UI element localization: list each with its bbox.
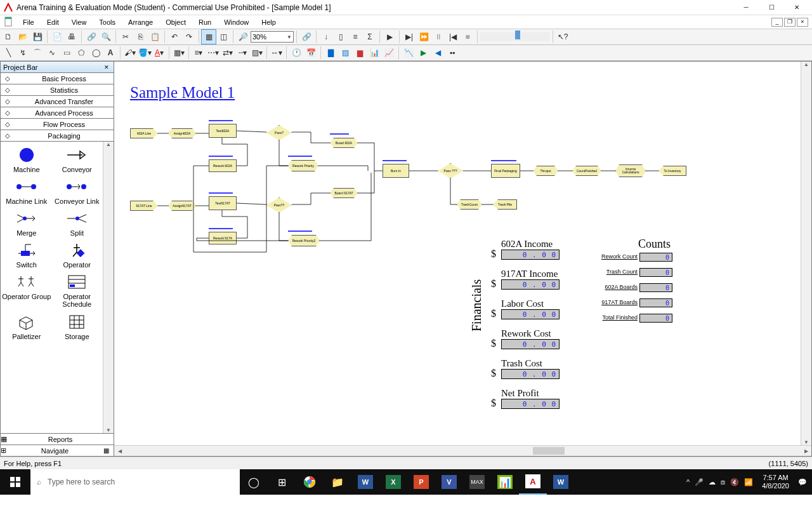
shape-trashpile[interactable]: Trash Pile (493, 199, 517, 210)
menu-tools[interactable]: Tools (93, 17, 122, 28)
panel-advanced-transfer[interactable]: ◇Advanced Transfer (1, 96, 114, 107)
cut-icon[interactable]: ✂ (119, 30, 133, 44)
paste-icon[interactable]: 📋 (148, 30, 162, 44)
preview-icon[interactable]: 📄 (50, 30, 64, 44)
item-operator-schedule[interactable]: Operator Schedule (53, 272, 102, 308)
panel-statistics[interactable]: ◇Statistics (1, 84, 114, 96)
pattern-icon[interactable]: ▦▾ (172, 46, 186, 60)
shape-assign602a[interactable]: Assign602A (168, 128, 196, 138)
chart4-icon[interactable]: 📊 (367, 46, 381, 60)
notifications-icon[interactable]: 💬 (798, 478, 807, 486)
arrow-style-icon[interactable]: ⇄▾ (221, 46, 235, 60)
shape-rework917a[interactable]: Rework 917A (209, 232, 237, 244)
size-icon[interactable]: ↔▾ (270, 46, 284, 60)
panel-navigate[interactable]: ⊞Navigate▦ (1, 444, 114, 456)
onedrive-icon[interactable]: ☁ (709, 478, 716, 486)
copy-icon[interactable]: ⎘ (133, 30, 147, 44)
menu-edit[interactable]: Edit (41, 17, 65, 28)
fill-icon[interactable]: 🖌▾ (123, 46, 137, 60)
calendar-icon[interactable]: 📅 (304, 46, 318, 60)
step-end-icon[interactable]: ▶| (402, 30, 416, 44)
attach-icon[interactable]: 🔗 (84, 30, 98, 44)
arc-icon[interactable]: ⌒ (30, 46, 44, 60)
dropbox-icon[interactable]: ⧈ (721, 478, 725, 486)
close-button[interactable]: ✕ (784, 0, 809, 15)
project-bar-close[interactable]: ✕ (102, 63, 111, 72)
item-split[interactable]: Split (53, 209, 102, 237)
panel-packaging[interactable]: ◇Packaging (1, 130, 114, 142)
menu-view[interactable]: View (65, 17, 93, 28)
tray-clock[interactable]: 7:57 AM4/8/2020 (758, 474, 793, 490)
zoom-combo[interactable]: 30%▼ (251, 31, 294, 43)
bezier-icon[interactable]: ∿ (45, 46, 59, 60)
speed-slider[interactable] (480, 32, 550, 41)
word-icon[interactable]: W (351, 469, 379, 495)
layers-icon[interactable]: ▦ (202, 30, 216, 44)
item-machine-link[interactable]: Machine Link (2, 177, 51, 205)
shape-rework-priority[interactable]: Rework Priority (288, 160, 318, 171)
undo-icon[interactable]: ↶ (167, 30, 181, 44)
shape-rework602a[interactable]: Rework 602A (209, 159, 237, 172)
hatch-icon[interactable]: ▨▾ (250, 46, 264, 60)
model-canvas[interactable]: ▲▼ Sample Model 1 602A Line Assign602A T… (114, 62, 811, 445)
poly-icon[interactable]: ⬠ (74, 46, 88, 60)
pause-icon[interactable]: ⏸ (431, 30, 445, 44)
panel-reports[interactable]: ▦Reports (1, 433, 114, 444)
system-tray[interactable]: ^ 🎤 ☁ ⧈ 🔇 📶 7:57 AM4/8/2020 💬 (681, 474, 812, 490)
line-style-icon[interactable]: ⋯▾ (206, 46, 220, 60)
menu-window[interactable]: Window (218, 17, 255, 28)
polyline-icon[interactable]: ↯ (16, 46, 30, 60)
sum-icon[interactable]: Σ (363, 30, 377, 44)
item-operator[interactable]: Operator (53, 241, 102, 269)
panel-scrollbar[interactable]: ▲▼ (103, 142, 114, 433)
canvas-vscroll[interactable]: ▲▼ (801, 62, 811, 445)
tray-up-icon[interactable]: ^ (686, 478, 690, 486)
shape-test917at[interactable]: Test917AT (209, 196, 237, 210)
line-weight-icon[interactable]: ≡▾ (192, 46, 206, 60)
shape-finalpack[interactable]: Final Packaging (491, 164, 520, 178)
shape-602a-line[interactable]: 602A Line (130, 128, 158, 138)
chart9-icon[interactable]: ▪▪ (445, 46, 459, 60)
menu-object[interactable]: Object (159, 17, 192, 28)
mic-icon[interactable]: 🎤 (695, 478, 704, 486)
chart1-icon[interactable]: ▇ (324, 46, 337, 60)
chart8-icon[interactable]: ◀ (431, 46, 445, 60)
chrome-icon[interactable] (296, 469, 324, 495)
step-start-icon[interactable]: |◀ (446, 30, 460, 44)
arena-taskbar-icon[interactable]: A (519, 469, 547, 495)
shape-trashcount[interactable]: TrashCount (457, 199, 482, 210)
app-icon-2[interactable]: 📊 (491, 469, 519, 495)
redo-icon[interactable]: ↷ (182, 30, 196, 44)
minimize-button[interactable]: ─ (733, 0, 759, 15)
app-icon-1[interactable]: MAX (463, 469, 491, 495)
panel-flow-process[interactable]: ◇Flow Process (1, 119, 114, 130)
chart3-icon[interactable]: ▆ (353, 46, 367, 60)
volume-icon[interactable]: 🔇 (730, 478, 739, 486)
item-machine[interactable]: Machine (2, 145, 51, 173)
menu-arrange[interactable]: Arrange (122, 17, 159, 28)
shape-board602a[interactable]: Board 602A (330, 138, 358, 148)
visio-icon[interactable]: V (435, 469, 463, 495)
shape-rework-priority2[interactable]: Rework Priority2 (288, 235, 320, 246)
save-icon[interactable]: 💾 (30, 30, 44, 44)
open-icon[interactable]: 📂 (16, 30, 30, 44)
cortana-icon[interactable]: ◯ (240, 469, 268, 495)
shape-thruput[interactable]: Thruput (533, 166, 558, 176)
line-icon[interactable]: ╲ (1, 46, 15, 60)
link-icon[interactable]: 🔗 (299, 30, 313, 44)
taskview-icon[interactable]: ⊞ (268, 469, 296, 495)
stop-icon[interactable]: ■ (461, 30, 475, 44)
chart7-icon[interactable]: ▶ (416, 46, 430, 60)
shape-assign917at[interactable]: Assign917AT (168, 201, 196, 211)
shape-incomecalc[interactable]: Income Calculations (615, 164, 646, 177)
mdi-close[interactable]: × (797, 18, 808, 27)
dash-icon[interactable]: ╌▾ (235, 46, 249, 60)
word2-icon[interactable]: W (547, 469, 575, 495)
print-icon[interactable]: 🖶 (65, 30, 79, 44)
zoom-icon[interactable]: 🔎 (236, 30, 250, 44)
fastfwd-icon[interactable]: ⏩ (417, 30, 431, 44)
ellipse-icon[interactable]: ◯ (89, 46, 103, 60)
chart6-icon[interactable]: 📉 (402, 46, 416, 60)
shape-toinventory[interactable]: To Inventory (658, 166, 686, 176)
item-storage[interactable]: Storage (53, 312, 102, 340)
